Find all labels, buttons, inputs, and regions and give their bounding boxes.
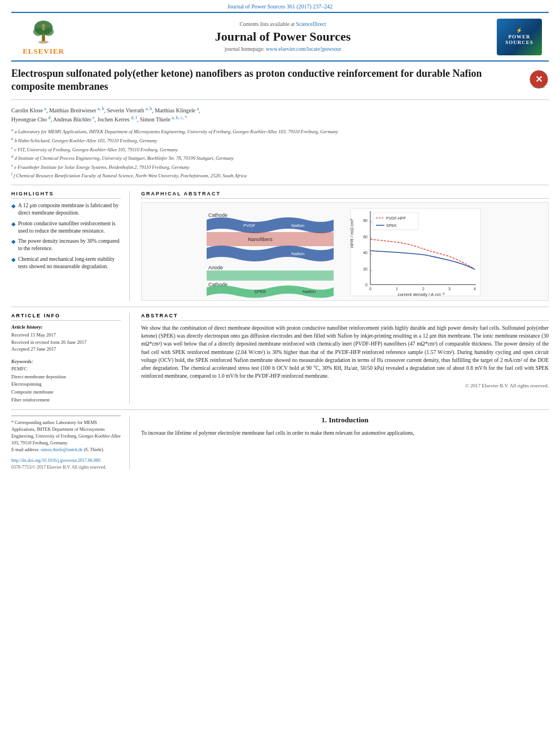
abstract-text: We show that the combination of direct m… xyxy=(141,324,549,381)
keyword-2: Direct membrane deposition xyxy=(11,373,121,381)
elsevier-logo: ELSEVIER xyxy=(18,18,69,56)
svg-rect-3 xyxy=(42,35,45,41)
journal-title: Journal of Power Sources xyxy=(69,29,497,44)
svg-text:0: 0 xyxy=(369,287,371,291)
svg-text:2: 2 xyxy=(422,287,425,291)
received-date: Received 15 May 2017 xyxy=(11,331,121,339)
power-sources-logo: ⚡ POWER SOURCES xyxy=(497,19,542,55)
highlight-item-2: ◆ Proton conductive nanofiber reinforcem… xyxy=(11,220,121,235)
email-link[interactable]: simon.thiele@imtek.de xyxy=(41,447,82,452)
svg-text:PVDF-HFP: PVDF-HFP xyxy=(386,216,406,220)
svg-text:80: 80 xyxy=(363,219,368,222)
svg-text:CrossMark: CrossMark xyxy=(532,86,545,89)
bottom-left-column: * Corresponding author. Laboratory for M… xyxy=(11,416,130,470)
accepted-date: Accepted 27 June 2017 xyxy=(11,346,121,353)
graphical-abstract-column: GRAPHICAL ABSTRACT Cathode PVDF Nafion N… xyxy=(141,191,549,301)
svg-text:0: 0 xyxy=(365,283,368,287)
received-revised-date: Received in revised form 26 June 2017 xyxy=(11,339,121,346)
bottom-section: * Corresponding author. Laboratory for M… xyxy=(11,409,549,470)
svg-text:1: 1 xyxy=(396,287,398,291)
abstract-column: ABSTRACT We show that the combination of… xyxy=(141,313,549,404)
svg-text:40: 40 xyxy=(363,251,368,255)
bullet-icon-2: ◆ xyxy=(11,220,16,228)
svg-point-4 xyxy=(38,41,49,43)
svg-text:current density / A cm⁻²: current density / A cm⁻² xyxy=(397,292,444,297)
introduction-column: 1. Introduction To increase the lifetime… xyxy=(141,416,549,470)
graphical-abstract-heading: GRAPHICAL ABSTRACT xyxy=(141,191,549,199)
svg-text:60: 60 xyxy=(363,235,368,239)
graphical-abstract-svg: Cathode PVDF Nafion Nanofibers Nafion An… xyxy=(142,203,548,301)
highlights-column: HIGHLIGHTS ◆ A 12 μm composite membrane … xyxy=(11,191,130,301)
keyword-5: Fiber reinforcement xyxy=(11,396,121,404)
keyword-4: Composite membrane xyxy=(11,388,121,396)
article-info-column: ARTICLE INFO Article history: Received 1… xyxy=(11,313,130,404)
article-history-label: Article history: xyxy=(11,324,121,330)
affiliations: a a Laboratory for MEMS Applications, IM… xyxy=(11,127,549,185)
bullet-icon-4: ◆ xyxy=(11,256,16,264)
svg-text:Nafion: Nafion xyxy=(291,223,304,228)
article-title: Electrospun sulfonated poly(ether ketone… xyxy=(11,67,529,94)
svg-point-1 xyxy=(33,28,43,36)
highlight-item-1: ◆ A 12 μm composite membrane is fabricat… xyxy=(11,202,121,217)
corresponding-author: * Corresponding author. Laboratory for M… xyxy=(11,416,121,453)
introduction-heading: 1. Introduction xyxy=(141,416,549,425)
svg-text:3: 3 xyxy=(448,287,450,291)
journal-center-info: Contents lists available at ScienceDirec… xyxy=(69,21,497,52)
svg-text:SPEK: SPEK xyxy=(254,289,266,294)
article-info-heading: ARTICLE INFO xyxy=(11,313,121,321)
authors-line: Carolin Klose a, Matthias Breitwieser a,… xyxy=(11,106,549,124)
abstract-heading: ABSTRACT xyxy=(141,313,549,321)
keywords-section: Keywords: PEMFC Direct membrane depositi… xyxy=(11,359,121,404)
highlight-item-4: ◆ Chemical and mechanical long-term stab… xyxy=(11,256,121,271)
journal-homepage: journal homepage: www.elsevier.com/locat… xyxy=(69,46,497,52)
abstract-copyright: © 2017 Elsevier B.V. All rights reserved… xyxy=(141,383,549,388)
graphical-abstract-image: Cathode PVDF Nafion Nanofibers Nafion An… xyxy=(141,202,549,301)
svg-text:Nafion: Nafion xyxy=(303,289,316,294)
elsevier-brand-text: ELSEVIER xyxy=(23,47,64,56)
svg-rect-6 xyxy=(42,27,45,30)
issn-line: 0378-7753/© 2017 Elsevier B.V. All right… xyxy=(11,465,121,470)
svg-text:Cathode: Cathode xyxy=(208,212,228,218)
keyword-1: PEMFC xyxy=(11,365,121,373)
article-title-section: Electrospun sulfonated poly(ether ketone… xyxy=(11,67,549,100)
crossmark-icon[interactable]: ✕ CrossMark xyxy=(529,69,549,89)
sciencedirect-link[interactable]: ScienceDirect xyxy=(296,21,326,27)
highlight-item-3: ◆ The power density increases by 30% com… xyxy=(11,238,121,253)
journal-banner: ELSEVIER Contents lists available at Sci… xyxy=(11,12,549,62)
elsevier-tree-icon xyxy=(27,18,60,46)
keywords-label: Keywords: xyxy=(11,359,121,364)
article-info-abstract-section: ARTICLE INFO Article history: Received 1… xyxy=(11,313,549,404)
svg-text:Nafion: Nafion xyxy=(291,251,304,256)
highlights-heading: HIGHLIGHTS xyxy=(11,191,121,199)
bullet-icon-3: ◆ xyxy=(11,238,16,246)
svg-text:✕: ✕ xyxy=(535,75,542,84)
svg-text:PVDF: PVDF xyxy=(243,223,255,228)
svg-text:HFR / mΩ·cm²: HFR / mΩ·cm² xyxy=(349,219,355,248)
homepage-link[interactable]: www.elsevier.com/locate/jpowsour xyxy=(266,46,341,52)
journal-citation-header: Journal of Power Sources 361 (2017) 237–… xyxy=(0,0,560,12)
introduction-text: To increase the lifetime of polymer elec… xyxy=(141,429,549,437)
highlights-graphical-section: HIGHLIGHTS ◆ A 12 μm composite membrane … xyxy=(11,191,549,307)
article-container: Electrospun sulfonated poly(ether ketone… xyxy=(11,62,549,475)
email-label: E-mail address: xyxy=(11,447,40,452)
bullet-icon-1: ◆ xyxy=(11,202,16,210)
svg-rect-17 xyxy=(207,270,334,281)
svg-point-5 xyxy=(42,24,45,27)
svg-text:4: 4 xyxy=(474,287,476,291)
svg-text:Nanofibers: Nanofibers xyxy=(248,237,273,242)
svg-text:Anode: Anode xyxy=(208,265,223,270)
keyword-3: Electrospinning xyxy=(11,381,121,388)
svg-point-2 xyxy=(43,28,54,36)
svg-text:SPEK: SPEK xyxy=(386,224,397,228)
svg-text:20: 20 xyxy=(363,267,368,271)
sciencedirect-label: Contents lists available at ScienceDirec… xyxy=(69,21,497,27)
doi-link[interactable]: http://dx.doi.org/10.1016/j.jpowsour.201… xyxy=(11,458,121,463)
